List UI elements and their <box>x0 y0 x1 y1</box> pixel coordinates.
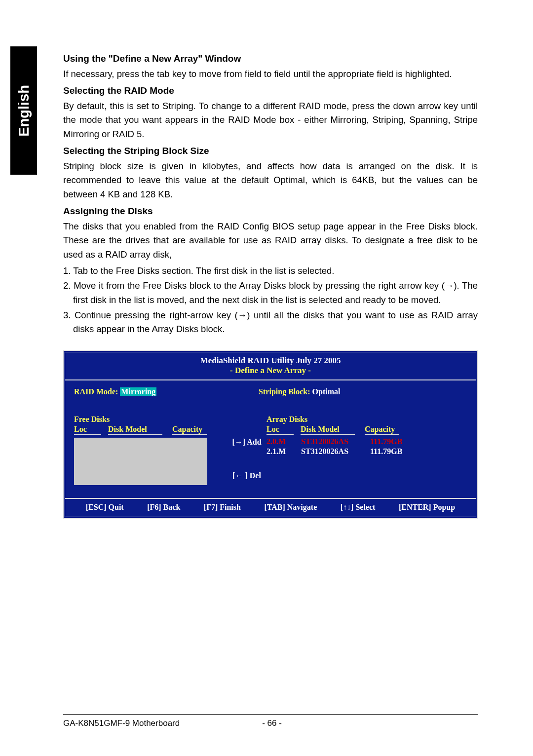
array-col-model: Disk Model <box>301 425 355 435</box>
free-disks-column: Free Disks Loc Disk Model Capacity <box>74 415 227 485</box>
heading-raid-mode: Selecting the RAID Mode <box>63 85 478 96</box>
raid-mode-value[interactable]: Mirroring <box>120 387 156 396</box>
row-loc: 2.1.M <box>266 447 301 456</box>
raid-title: MediaShield RAID Utility July 27 2005 <box>65 356 476 366</box>
step-2: 2. Move it from the Free Disks block to … <box>63 279 478 307</box>
footer-navigate: [TAB] Navigate <box>264 503 317 512</box>
para-assigning-disks: The disks that you enabled from the RAID… <box>63 220 478 262</box>
disks-section: Free Disks Loc Disk Model Capacity [→] A… <box>74 415 467 485</box>
row-model: ST3120026AS <box>301 447 370 456</box>
raid-subtitle: - Define a New Array - <box>65 366 476 376</box>
add-action[interactable]: [→] Add <box>227 438 266 447</box>
footer-select: [↑↓] Select <box>341 503 376 512</box>
striping-block-value[interactable]: Optimal <box>312 387 341 396</box>
raid-mode-label: RAID Mode: <box>74 387 118 396</box>
free-col-loc: Loc <box>74 425 101 435</box>
raid-header: MediaShield RAID Utility July 27 2005 - … <box>65 352 476 380</box>
language-tab: English <box>10 46 37 175</box>
row-capacity: 111.79GB <box>370 447 415 456</box>
row-loc: 2.0.M <box>266 437 301 446</box>
footer-finish: [F7] Finish <box>204 503 241 512</box>
table-row[interactable]: 2.1.MST3120026AS111.79GB <box>266 447 415 456</box>
footer-quit: [ESC] Quit <box>86 503 124 512</box>
step-1: 1. Tab to the Free Disks section. The fi… <box>63 264 478 278</box>
free-disks-list[interactable] <box>74 438 207 485</box>
raid-body: RAID Mode: Mirroring Striping Block: Opt… <box>65 380 476 498</box>
page-footer: GA-K8N51GMF-9 Motherboard - 66 - <box>63 714 478 728</box>
footer-popup: [ENTER] Popup <box>399 503 455 512</box>
array-disks-column: Array Disks Loc Disk Model Capacity 2.0.… <box>266 415 415 485</box>
content-area: Using the "Define a New Array" Window If… <box>63 49 478 519</box>
raid-footer: [ESC] Quit [F6] Back [F7] Finish [TAB] N… <box>65 498 476 517</box>
raid-config-row: RAID Mode: Mirroring Striping Block: Opt… <box>74 387 467 396</box>
row-model: ST3120026AS <box>301 437 370 446</box>
heading-striping-block: Selecting the Striping Block Size <box>63 146 478 156</box>
language-label: English <box>16 85 32 137</box>
step-3: 3. Continue pressing the right-arrow key… <box>63 308 478 337</box>
raid-utility-screenshot: MediaShield RAID Utility July 27 2005 - … <box>63 350 478 519</box>
array-col-loc: Loc <box>266 425 294 435</box>
free-col-capacity: Capacity <box>172 425 207 435</box>
add-del-column: [→] Add [← ] Del <box>227 415 266 485</box>
footer-back: [F6] Back <box>147 503 180 512</box>
array-disks-list[interactable]: 2.0.MST3120026AS111.79GB2.1.MST3120026AS… <box>266 437 415 456</box>
striping-block-label: Striping Block: <box>259 387 310 396</box>
row-capacity: 111.79GB <box>370 437 415 446</box>
array-col-capacity: Capacity <box>365 425 399 435</box>
para-striping-block: Striping block size is given in kilobyte… <box>63 159 478 202</box>
para-raid-mode: By default, this is set to Striping. To … <box>63 99 478 142</box>
footer-model: GA-K8N51GMF-9 Motherboard <box>63 718 262 728</box>
array-disks-label: Array Disks <box>266 415 415 424</box>
del-action[interactable]: [← ] Del <box>227 471 266 480</box>
table-row[interactable]: 2.0.MST3120026AS111.79GB <box>266 437 415 447</box>
heading-define-window: Using the "Define a New Array" Window <box>63 53 478 64</box>
free-col-model: Disk Model <box>108 425 162 435</box>
footer-page-number: - 66 - <box>262 718 282 728</box>
heading-assigning-disks: Assigning the Disks <box>63 206 478 217</box>
free-disks-label: Free Disks <box>74 415 227 424</box>
para-define-window: If necessary, press the tab key to move … <box>63 67 478 81</box>
